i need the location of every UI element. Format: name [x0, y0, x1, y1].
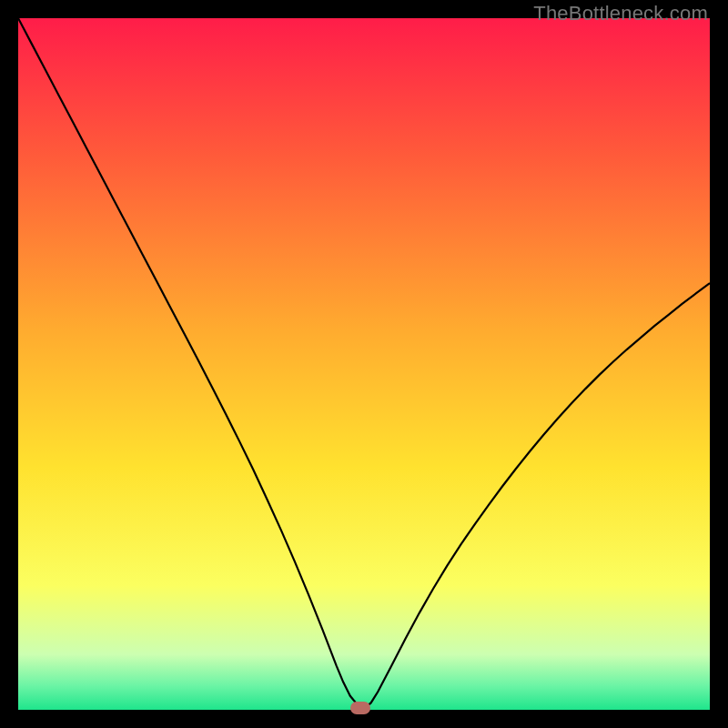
- chart-background: [18, 18, 710, 710]
- bottleneck-chart: [18, 18, 710, 710]
- watermark-text: TheBottleneck.com: [533, 2, 708, 25]
- chart-frame: [18, 18, 710, 710]
- optimal-point-marker: [350, 702, 370, 714]
